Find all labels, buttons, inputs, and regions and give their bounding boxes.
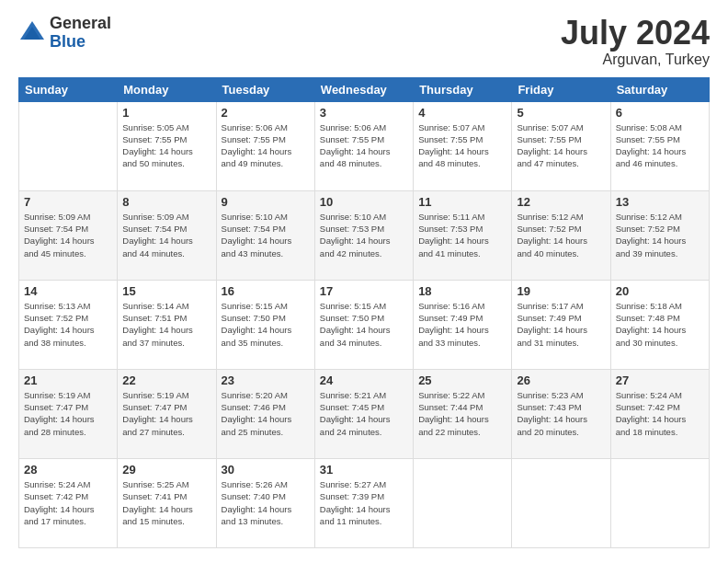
logo-text: General Blue bbox=[50, 15, 111, 52]
calendar-week-row: 14Sunrise: 5:13 AM Sunset: 7:52 PM Dayli… bbox=[19, 280, 710, 369]
day-info: Sunrise: 5:22 AM Sunset: 7:44 PM Dayligh… bbox=[418, 389, 506, 438]
day-info: Sunrise: 5:23 AM Sunset: 7:43 PM Dayligh… bbox=[517, 389, 605, 438]
day-info: Sunrise: 5:05 AM Sunset: 7:55 PM Dayligh… bbox=[122, 121, 210, 170]
calendar-cell: 5Sunrise: 5:07 AM Sunset: 7:55 PM Daylig… bbox=[512, 101, 610, 190]
day-info: Sunrise: 5:19 AM Sunset: 7:47 PM Dayligh… bbox=[24, 389, 112, 438]
day-number: 20 bbox=[616, 284, 704, 298]
day-number: 26 bbox=[517, 373, 605, 387]
day-info: Sunrise: 5:07 AM Sunset: 7:55 PM Dayligh… bbox=[517, 121, 605, 170]
day-info: Sunrise: 5:20 AM Sunset: 7:46 PM Dayligh… bbox=[222, 389, 310, 438]
day-info: Sunrise: 5:06 AM Sunset: 7:55 PM Dayligh… bbox=[320, 121, 408, 170]
day-number: 30 bbox=[222, 463, 310, 477]
calendar-cell: 21Sunrise: 5:19 AM Sunset: 7:47 PM Dayli… bbox=[19, 369, 118, 458]
calendar-cell: 10Sunrise: 5:10 AM Sunset: 7:53 PM Dayli… bbox=[314, 190, 413, 280]
day-number: 14 bbox=[24, 284, 112, 298]
calendar-cell: 3Sunrise: 5:06 AM Sunset: 7:55 PM Daylig… bbox=[314, 101, 413, 190]
day-number: 17 bbox=[320, 284, 408, 298]
day-info: Sunrise: 5:19 AM Sunset: 7:47 PM Dayligh… bbox=[122, 389, 210, 438]
calendar-header-thursday: Thursday bbox=[414, 77, 512, 101]
day-info: Sunrise: 5:27 AM Sunset: 7:39 PM Dayligh… bbox=[320, 478, 408, 527]
calendar-cell: 13Sunrise: 5:12 AM Sunset: 7:52 PM Dayli… bbox=[610, 190, 709, 280]
calendar-cell: 23Sunrise: 5:20 AM Sunset: 7:46 PM Dayli… bbox=[216, 369, 314, 458]
day-number: 8 bbox=[122, 195, 210, 209]
day-number: 27 bbox=[616, 373, 704, 387]
day-info: Sunrise: 5:08 AM Sunset: 7:55 PM Dayligh… bbox=[616, 121, 704, 170]
calendar-header-wednesday: Wednesday bbox=[314, 77, 413, 101]
calendar-header-sunday: Sunday bbox=[19, 77, 118, 101]
day-info: Sunrise: 5:26 AM Sunset: 7:40 PM Dayligh… bbox=[222, 478, 310, 527]
day-info: Sunrise: 5:14 AM Sunset: 7:51 PM Dayligh… bbox=[122, 300, 210, 349]
calendar-cell: 18Sunrise: 5:16 AM Sunset: 7:49 PM Dayli… bbox=[414, 280, 512, 369]
day-info: Sunrise: 5:16 AM Sunset: 7:49 PM Dayligh… bbox=[418, 300, 506, 349]
calendar-header-friday: Friday bbox=[512, 77, 610, 101]
day-info: Sunrise: 5:10 AM Sunset: 7:53 PM Dayligh… bbox=[320, 211, 408, 259]
calendar-cell: 31Sunrise: 5:27 AM Sunset: 7:39 PM Dayli… bbox=[314, 458, 413, 547]
day-info: Sunrise: 5:25 AM Sunset: 7:41 PM Dayligh… bbox=[122, 478, 210, 527]
title-block: July 2024 Arguvan, Turkey bbox=[561, 15, 710, 68]
calendar-cell: 4Sunrise: 5:07 AM Sunset: 7:55 PM Daylig… bbox=[414, 101, 512, 190]
page: General Blue July 2024 Arguvan, Turkey S… bbox=[0, 0, 728, 563]
calendar-table: SundayMondayTuesdayWednesdayThursdayFrid… bbox=[18, 77, 710, 548]
day-number: 13 bbox=[616, 195, 704, 209]
calendar-cell: 9Sunrise: 5:10 AM Sunset: 7:54 PM Daylig… bbox=[216, 190, 314, 280]
day-number: 2 bbox=[222, 106, 310, 120]
day-number: 5 bbox=[517, 106, 605, 120]
day-number: 25 bbox=[418, 373, 506, 387]
day-number: 1 bbox=[122, 106, 210, 120]
day-number: 3 bbox=[320, 106, 408, 120]
day-number: 22 bbox=[122, 373, 210, 387]
day-info: Sunrise: 5:13 AM Sunset: 7:52 PM Dayligh… bbox=[24, 300, 112, 349]
calendar-week-row: 28Sunrise: 5:24 AM Sunset: 7:42 PM Dayli… bbox=[19, 458, 710, 547]
calendar-cell: 20Sunrise: 5:18 AM Sunset: 7:48 PM Dayli… bbox=[610, 280, 709, 369]
calendar-cell: 12Sunrise: 5:12 AM Sunset: 7:52 PM Dayli… bbox=[512, 190, 610, 280]
day-info: Sunrise: 5:12 AM Sunset: 7:52 PM Dayligh… bbox=[616, 211, 704, 259]
day-number: 12 bbox=[517, 195, 605, 209]
calendar-header-tuesday: Tuesday bbox=[216, 77, 314, 101]
day-number: 6 bbox=[616, 106, 704, 120]
calendar-week-row: 21Sunrise: 5:19 AM Sunset: 7:47 PM Dayli… bbox=[19, 369, 710, 458]
day-number: 15 bbox=[122, 284, 210, 298]
day-info: Sunrise: 5:09 AM Sunset: 7:54 PM Dayligh… bbox=[24, 211, 112, 259]
day-info: Sunrise: 5:21 AM Sunset: 7:45 PM Dayligh… bbox=[320, 389, 408, 438]
day-number: 11 bbox=[418, 195, 506, 209]
subtitle: Arguvan, Turkey bbox=[561, 52, 710, 68]
day-number: 18 bbox=[418, 284, 506, 298]
calendar-cell bbox=[19, 101, 118, 190]
calendar-cell bbox=[610, 458, 709, 547]
day-number: 31 bbox=[320, 463, 408, 477]
calendar-cell: 30Sunrise: 5:26 AM Sunset: 7:40 PM Dayli… bbox=[216, 458, 314, 547]
day-number: 16 bbox=[222, 284, 310, 298]
day-info: Sunrise: 5:10 AM Sunset: 7:54 PM Dayligh… bbox=[222, 211, 310, 259]
calendar-cell: 2Sunrise: 5:06 AM Sunset: 7:55 PM Daylig… bbox=[216, 101, 314, 190]
calendar-cell: 16Sunrise: 5:15 AM Sunset: 7:50 PM Dayli… bbox=[216, 280, 314, 369]
logo-general: General bbox=[50, 15, 111, 33]
calendar-cell: 6Sunrise: 5:08 AM Sunset: 7:55 PM Daylig… bbox=[610, 101, 709, 190]
header: General Blue July 2024 Arguvan, Turkey bbox=[18, 15, 710, 68]
calendar-cell: 11Sunrise: 5:11 AM Sunset: 7:53 PM Dayli… bbox=[414, 190, 512, 280]
day-info: Sunrise: 5:06 AM Sunset: 7:55 PM Dayligh… bbox=[222, 121, 310, 170]
calendar-cell: 1Sunrise: 5:05 AM Sunset: 7:55 PM Daylig… bbox=[118, 101, 216, 190]
day-number: 23 bbox=[222, 373, 310, 387]
calendar-cell: 24Sunrise: 5:21 AM Sunset: 7:45 PM Dayli… bbox=[314, 369, 413, 458]
day-info: Sunrise: 5:07 AM Sunset: 7:55 PM Dayligh… bbox=[418, 121, 506, 170]
calendar-cell: 19Sunrise: 5:17 AM Sunset: 7:49 PM Dayli… bbox=[512, 280, 610, 369]
day-info: Sunrise: 5:17 AM Sunset: 7:49 PM Dayligh… bbox=[517, 300, 605, 349]
day-number: 10 bbox=[320, 195, 408, 209]
logo: General Blue bbox=[18, 15, 111, 52]
calendar-cell bbox=[414, 458, 512, 547]
calendar-cell: 25Sunrise: 5:22 AM Sunset: 7:44 PM Dayli… bbox=[414, 369, 512, 458]
calendar-cell: 26Sunrise: 5:23 AM Sunset: 7:43 PM Dayli… bbox=[512, 369, 610, 458]
day-number: 24 bbox=[320, 373, 408, 387]
logo-blue: Blue bbox=[50, 33, 111, 52]
calendar-cell: 17Sunrise: 5:15 AM Sunset: 7:50 PM Dayli… bbox=[314, 280, 413, 369]
day-number: 9 bbox=[222, 195, 310, 209]
calendar-cell: 15Sunrise: 5:14 AM Sunset: 7:51 PM Dayli… bbox=[118, 280, 216, 369]
calendar-week-row: 1Sunrise: 5:05 AM Sunset: 7:55 PM Daylig… bbox=[19, 101, 710, 190]
day-info: Sunrise: 5:12 AM Sunset: 7:52 PM Dayligh… bbox=[517, 211, 605, 259]
calendar-header-saturday: Saturday bbox=[610, 77, 709, 101]
day-number: 21 bbox=[24, 373, 112, 387]
calendar-cell: 27Sunrise: 5:24 AM Sunset: 7:42 PM Dayli… bbox=[610, 369, 709, 458]
day-info: Sunrise: 5:09 AM Sunset: 7:54 PM Dayligh… bbox=[122, 211, 210, 259]
day-number: 29 bbox=[122, 463, 210, 477]
calendar-header-row: SundayMondayTuesdayWednesdayThursdayFrid… bbox=[19, 77, 710, 101]
